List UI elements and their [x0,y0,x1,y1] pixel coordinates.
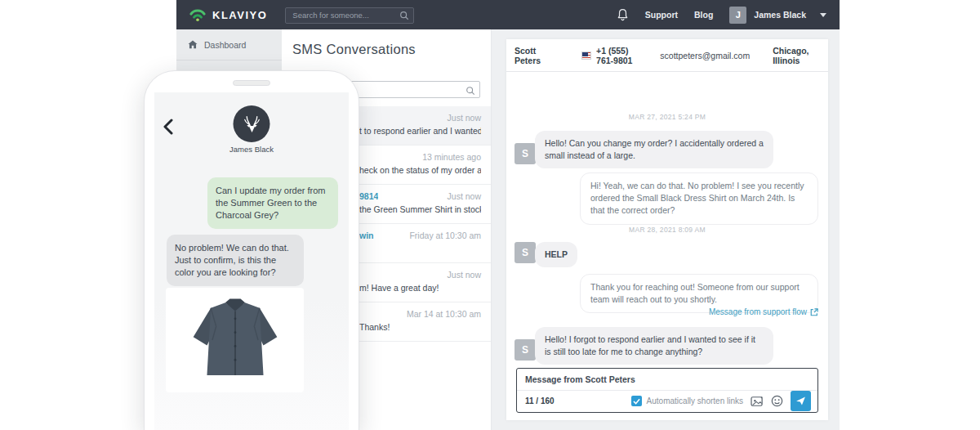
search-icon [399,9,409,24]
timestamp: 13 minutes ago [422,152,481,162]
contact-avatar: S [514,242,536,263]
compose-input-area[interactable]: Message from Scott Peters [517,369,817,391]
brand-avatar [234,105,270,142]
top-navbar: KLAVIYO Support Blog J James Black [176,0,840,29]
incoming-message: HELP [535,242,577,267]
paper-plane-icon [795,396,806,406]
global-search-input[interactable] [285,7,414,24]
phone-speaker [233,80,270,86]
notifications-bell-icon[interactable] [617,8,629,21]
klaviyo-logo[interactable]: KLAVIYO [189,7,267,22]
klaviyo-logo-text: KLAVIYO [212,9,267,21]
incoming-message: Hello! Can you change my order? I accide… [535,131,773,168]
emoji-icon[interactable] [771,395,783,407]
message-preview: m! Have a great day! [359,283,481,293]
shorten-links-label: Automatically shorten links [647,396,743,405]
contact-avatar: S [514,339,536,361]
page-title: SMS Conversations [292,42,416,57]
sidebar-item-dashboard[interactable]: Dashboard [176,29,282,60]
blog-link[interactable]: Blog [694,10,713,20]
support-link[interactable]: Support [645,10,678,20]
contact-name: Scott Peters [514,46,550,65]
conversation-card: Scott Peters +1 (555) 761-9801 scottpete… [506,39,828,420]
incoming-message: Hello! I forgot to respond earlier and I… [535,327,773,365]
message-preview: the Green Summer Shirt in stock? [359,204,481,214]
compose-toolbar: 11 / 160 Automatically shorten links [517,391,817,411]
message-preview: heck on the status of my order and... [359,165,481,175]
back-chevron-icon[interactable] [163,119,173,138]
message-preview: Thanks! [359,322,481,332]
phone-screen: James Black Can I update my order from t… [154,92,349,430]
attach-image-icon[interactable] [751,396,764,407]
page: KLAVIYO Support Blog J James Black [0,0,980,430]
user-name: James Black [754,10,806,20]
send-button[interactable] [791,391,811,411]
contact-name: 9814 [359,191,378,201]
timestamp: Friday at 10:30 am [409,231,481,240]
phone-incoming-message: No problem! We can do that. Just to conf… [167,235,304,286]
user-avatar: J [729,7,746,24]
conversation-panel: Scott Peters +1 (555) 761-9801 scottpete… [492,29,840,430]
message-preview: t to respond earlier and I wanted to ... [359,126,481,136]
phone-outgoing-message: Can I update my order from the Summer Gr… [207,177,338,229]
date-divider: MAR 27, 2021 5:24 PM [506,113,828,121]
support-flow-link-text: Message from support flow [709,307,807,316]
outgoing-message: Hi! Yeah, we can do that. No problem! I … [580,172,818,225]
checkbox-checked[interactable] [631,396,642,406]
chevron-down-icon[interactable] [820,13,826,17]
timestamp: Just now [448,113,481,123]
us-flag-icon [581,52,591,60]
contact-header: Scott Peters +1 (555) 761-9801 scottpete… [506,39,828,72]
shorten-links-toggle[interactable]: Automatically shorten links [631,396,743,406]
timestamp: Just now [448,191,481,201]
character-counter: 11 / 160 [525,396,555,405]
deer-logo-icon [239,112,264,137]
charcoal-shirt-image [181,294,289,386]
date-divider: MAR 28, 2021 8:09 AM [506,226,828,234]
global-search [285,7,414,23]
product-image-message[interactable] [166,288,304,392]
compose-from-label: Message from Scott Peters [517,369,817,384]
klaviyo-logo-icon [189,7,207,22]
timestamp: Mar 14 at 10:30 am [407,309,481,319]
timestamp: Just now [448,270,481,280]
phone-mockup: James Black Can I update my order from t… [144,70,359,430]
message-compose-box[interactable]: Message from Scott Peters 11 / 160 Autom… [516,368,818,413]
external-link-icon [810,308,818,316]
user-menu[interactable]: J James Black [729,7,826,24]
phone-contact-name: James Black [154,145,349,154]
topbar-right-cluster: Support Blog J James Black [617,0,826,29]
contact-avatar: S [514,143,536,164]
home-icon [188,40,198,49]
sidebar-item-label: Dashboard [204,40,246,50]
contact-location: Chicago, Illinois [773,46,820,65]
support-flow-link[interactable]: Message from support flow [709,307,818,316]
contact-phone: +1 (555) 761-9801 [596,46,647,65]
contact-name: win [359,231,374,240]
search-icon [466,84,475,99]
contact-email: scottpeters@gmail.com [660,51,750,60]
